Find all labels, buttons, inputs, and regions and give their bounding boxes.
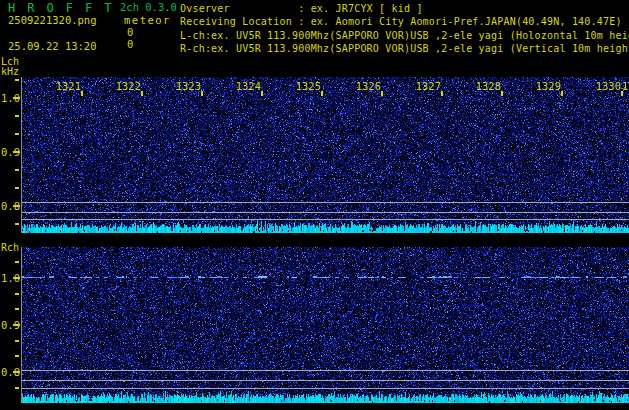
time-label: 1321 — [55, 80, 81, 92]
rch-spectrogram-canvas — [22, 247, 629, 403]
rch-receiver-line: R-ch:ex. UV5R 113.900Mhz(SAPPORO VOR)USB… — [180, 42, 629, 55]
freq-tick-label: 0.9 — [1, 146, 19, 158]
freq-minor-tick — [15, 223, 19, 225]
minute-tick — [321, 91, 323, 96]
freq-tick-label: 0.8 — [1, 200, 19, 212]
minute-tick — [201, 91, 203, 96]
time-label: 1329 — [535, 80, 561, 92]
time-label: 1328 — [475, 80, 501, 92]
time-label-clipped: 1331 — [622, 80, 629, 92]
minute-tick — [141, 91, 143, 96]
freq-minor-tick — [15, 115, 19, 117]
datetime-label: 25.09.22 13:20 — [8, 41, 97, 53]
freq-tick-label: 0.8 — [1, 366, 19, 378]
minute-tick — [81, 91, 83, 96]
time-label: 1327 — [415, 80, 441, 92]
time-label: 1322 — [115, 80, 141, 92]
version-label: 2ch 0.3.0 — [120, 2, 177, 14]
freq-minor-tick — [15, 169, 19, 171]
khz-unit-label: kHz — [1, 66, 19, 77]
minute-tick — [501, 91, 503, 96]
rch-meteor-count: 0 — [127, 39, 133, 51]
lch-meteor-count: 0 — [127, 27, 133, 39]
time-label: 1323 — [175, 80, 201, 92]
lch-receiver-line: L-ch:ex. UV5R 113.900Mhz(SAPPORO VOR)USB… — [180, 29, 629, 42]
freq-minor-tick — [15, 355, 19, 357]
freq-minor-tick — [15, 79, 19, 81]
freq-minor-tick — [15, 293, 19, 295]
freq-minor-tick — [15, 187, 19, 189]
observer-line: Ovserver : ex. JR7CYX [ kid ] — [180, 2, 629, 15]
minute-tick — [561, 91, 563, 96]
time-label: 1325 — [295, 80, 321, 92]
freq-tick-label: 1.0 — [1, 272, 19, 284]
observer-info: Ovserver : ex. JR7CYX [ kid ] Receiving … — [180, 2, 629, 56]
freq-minor-tick — [15, 308, 19, 310]
lch-spectrogram-panel: 1321132213231324132513261327132813291330… — [21, 77, 629, 233]
time-label: 1326 — [355, 80, 381, 92]
minute-tick — [381, 91, 383, 96]
freq-tick-label: 0.9 — [1, 319, 19, 331]
freq-tick-label: 1.0 — [1, 92, 19, 104]
minute-tick — [261, 91, 263, 96]
time-label: 1330 — [595, 80, 621, 92]
receiving-location-line: Receiving Location : ex. Aomori City Aom… — [180, 15, 629, 28]
minute-tick — [441, 91, 443, 96]
rch-spectrogram-panel — [21, 247, 629, 403]
lch-spectrogram-canvas — [22, 77, 629, 233]
time-label: 1324 — [235, 80, 261, 92]
filename-label: 2509221320.png — [8, 15, 97, 27]
hrofft-screen: H R O F F T 2ch 0.3.0 2509221320.png met… — [0, 0, 629, 410]
freq-minor-tick — [15, 261, 19, 263]
freq-minor-tick — [15, 133, 19, 135]
freq-minor-tick — [15, 340, 19, 342]
mode-label: meteor — [124, 15, 171, 27]
rch-axis-label: Rch — [1, 242, 19, 253]
freq-minor-tick — [15, 387, 19, 389]
